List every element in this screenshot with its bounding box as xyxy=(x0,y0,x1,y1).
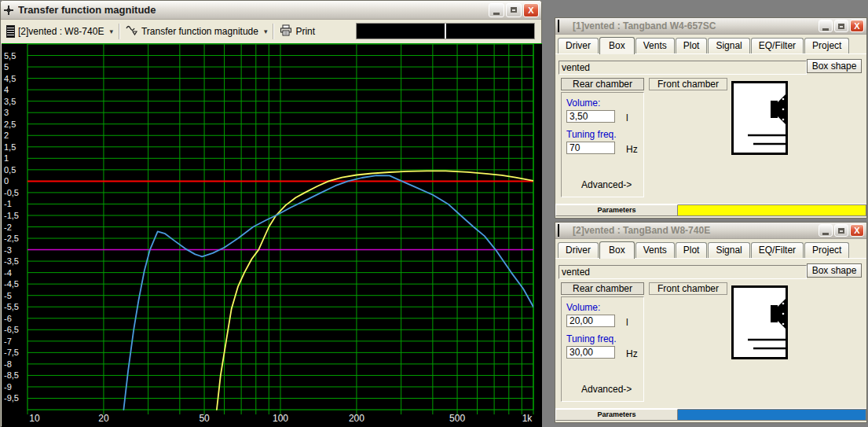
box-shape-button[interactable]: Box shape xyxy=(807,59,862,73)
toolbar-separator xyxy=(273,24,274,39)
svg-text:2: 2 xyxy=(4,131,9,140)
progress-bar xyxy=(678,409,866,421)
rear-chamber-button[interactable]: Rear chamber xyxy=(561,282,644,295)
graph-type-value: Transfer function magnitude xyxy=(141,26,258,37)
svg-text:-1,5: -1,5 xyxy=(4,211,19,220)
project-window-1: [1]vented : Tangband W4-657SC X DriverBo… xyxy=(555,17,867,219)
project-window-2: [2]vented : TangBand W8-740E X DriverBox… xyxy=(555,222,867,423)
project-selector-value: [2]vented : W8-740E xyxy=(18,26,104,37)
project-1-title-bar[interactable]: [1]vented : Tangband W4-657SC X xyxy=(555,18,866,35)
box-tab-panel: vented Box shape Rear chamber Front cham… xyxy=(555,259,866,405)
status-bar: Parameters xyxy=(555,204,866,216)
tab-plot[interactable]: Plot xyxy=(676,242,708,258)
volume-label: Volume: xyxy=(566,302,643,313)
minimize-button[interactable] xyxy=(819,224,833,237)
front-chamber-button[interactable]: Front chamber xyxy=(649,282,727,295)
desktop: Transfer function magnitude X [2]vented … xyxy=(0,0,868,427)
svg-text:500: 500 xyxy=(449,413,465,424)
transfer-function-window: Transfer function magnitude X [2]vented … xyxy=(0,0,542,427)
project-1-title: [1]vented : Tangband W4-657SC xyxy=(573,20,819,31)
tab-eq-filter[interactable]: EQ/Filter xyxy=(751,242,804,258)
box-shape-button[interactable]: Box shape xyxy=(807,263,862,278)
legend-panel-1 xyxy=(357,24,445,39)
chamber-parameters-group: Volume: l Tuning freq. Hz Advanced-> xyxy=(561,92,644,197)
svg-text:1,5: 1,5 xyxy=(4,142,16,152)
minimize-button[interactable] xyxy=(819,20,833,32)
print-button[interactable]: Print xyxy=(277,23,318,40)
tab-project[interactable]: Project xyxy=(804,38,849,53)
svg-text:-6: -6 xyxy=(4,314,12,323)
maximize-button[interactable] xyxy=(834,20,848,32)
box-type-field[interactable]: vented xyxy=(559,61,807,75)
tab-eq-filter[interactable]: EQ/Filter xyxy=(751,38,804,53)
tab-project[interactable]: Project xyxy=(804,242,849,258)
progress-bar xyxy=(678,204,866,216)
box-diagram xyxy=(731,285,788,359)
tab-plot[interactable]: Plot xyxy=(676,38,708,53)
volume-input[interactable] xyxy=(566,315,615,327)
maximize-button[interactable] xyxy=(506,3,522,17)
tab-box[interactable]: Box xyxy=(599,37,635,54)
project-selector-dropdown[interactable]: [2]vented : W8-740E ▾ xyxy=(3,24,116,39)
box-tab-panel: vented Box shape Rear chamber Front cham… xyxy=(555,54,866,201)
print-label: Print xyxy=(295,26,315,37)
tab-box[interactable]: Box xyxy=(599,241,635,259)
box-type-field[interactable]: vented xyxy=(559,265,807,279)
svg-text:2,5: 2,5 xyxy=(4,120,16,129)
svg-text:-4: -4 xyxy=(4,268,12,278)
legend-panels xyxy=(356,23,535,39)
maximize-button[interactable] xyxy=(834,224,848,237)
svg-text:-3: -3 xyxy=(4,245,12,255)
tuning-freq-input[interactable] xyxy=(566,142,615,154)
svg-text:3: 3 xyxy=(4,108,9,117)
tab-vents[interactable]: Vents xyxy=(635,242,675,258)
volume-label: Volume: xyxy=(566,98,643,109)
rear-chamber-button[interactable]: Rear chamber xyxy=(561,78,644,90)
svg-text:1k: 1k xyxy=(522,413,533,424)
svg-text:20: 20 xyxy=(98,413,109,424)
svg-text:4: 4 xyxy=(4,85,9,94)
svg-text:-7,5: -7,5 xyxy=(4,348,19,357)
window-icon xyxy=(558,224,559,237)
tab-driver[interactable]: Driver xyxy=(558,242,599,258)
tuning-freq-unit: Hz xyxy=(626,348,638,359)
plot-window-title-bar[interactable]: Transfer function magnitude X xyxy=(1,1,541,20)
transfer-function-chart: 5,554,543,532,521,510,50-0,5-1-1,5-2-2,5… xyxy=(2,43,542,427)
graph-type-dropdown[interactable]: Transfer function magnitude ▾ xyxy=(123,23,271,39)
advanced-link[interactable]: Advanced-> xyxy=(581,179,632,190)
front-chamber-button[interactable]: Front chamber xyxy=(649,78,727,90)
svg-text:50: 50 xyxy=(199,413,210,424)
tab-vents[interactable]: Vents xyxy=(635,38,675,53)
advanced-link[interactable]: Advanced-> xyxy=(581,384,632,395)
svg-text:-9: -9 xyxy=(4,382,12,392)
parameters-status: Parameters xyxy=(555,409,678,421)
printer-icon xyxy=(280,24,292,39)
volume-input[interactable] xyxy=(566,110,615,123)
svg-text:-2: -2 xyxy=(4,223,12,232)
tab-driver[interactable]: Driver xyxy=(558,38,599,53)
svg-text:100: 100 xyxy=(273,413,288,424)
project-2-title-bar[interactable]: [2]vented : TangBand W8-740E X xyxy=(555,223,866,239)
status-bar: Parameters xyxy=(555,408,866,421)
chart-plot-area[interactable]: 5,554,543,532,521,510,50-0,5-1-1,5-2-2,5… xyxy=(2,43,542,427)
svg-text:-0,5: -0,5 xyxy=(4,188,19,197)
svg-text:-4,5: -4,5 xyxy=(4,279,19,289)
tab-signal[interactable]: Signal xyxy=(708,38,749,53)
close-button[interactable]: X xyxy=(850,224,864,237)
volume-unit: l xyxy=(626,112,628,123)
minimize-button[interactable] xyxy=(489,3,504,17)
svg-text:-7: -7 xyxy=(4,337,12,346)
tab-signal[interactable]: Signal xyxy=(708,242,749,258)
svg-text:0,5: 0,5 xyxy=(4,165,16,175)
svg-text:-6,5: -6,5 xyxy=(4,325,19,334)
close-button[interactable]: X xyxy=(523,3,539,17)
wave-icon xyxy=(126,24,138,38)
svg-text:-3,5: -3,5 xyxy=(4,256,19,266)
tab-strip: DriverBoxVentsPlotSignalEQ/FilterProject xyxy=(555,239,866,259)
volume-unit: l xyxy=(626,317,628,328)
chevron-down-icon: ▾ xyxy=(264,28,268,35)
close-button[interactable]: X xyxy=(850,20,864,32)
svg-text:-5,5: -5,5 xyxy=(4,302,19,311)
window-icon xyxy=(558,20,559,32)
tuning-freq-input[interactable] xyxy=(566,346,615,359)
